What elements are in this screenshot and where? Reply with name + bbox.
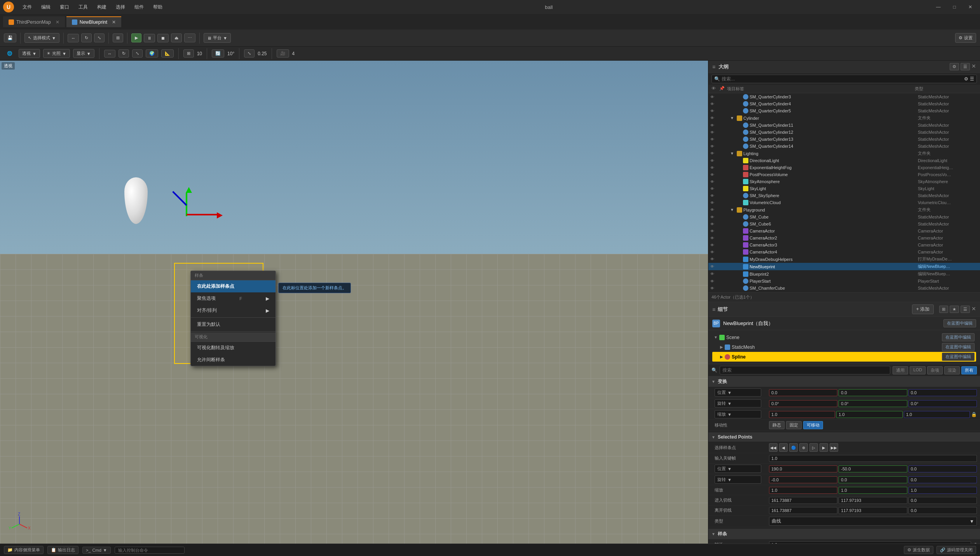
outline-item-8[interactable]: 👁 ▼ Lighting 文件夹: [708, 150, 980, 157]
cmd-btn[interactable]: >_ Cmd ▼: [82, 547, 111, 554]
outline-search-input[interactable]: [722, 76, 964, 82]
tree-vis-7[interactable]: 👁: [708, 144, 716, 149]
scale-widget[interactable]: ⤡: [132, 49, 143, 58]
pause-btn[interactable]: ⏸: [144, 34, 155, 42]
ctx-vis-flip[interactable]: 可视化翻转及缩放: [191, 342, 276, 354]
scale-x-input[interactable]: [769, 411, 835, 418]
outline-item-2[interactable]: 👁 SM_QuarterCylinder5 StaticMeshActor: [708, 107, 980, 114]
tree-vis-1[interactable]: 👁: [708, 102, 716, 106]
grid-snap-btn[interactable]: ⊞: [183, 49, 194, 58]
details-close-btn[interactable]: ✕: [971, 306, 976, 313]
spline-btn-1[interactable]: ◀◀: [769, 443, 778, 452]
sp-rotation-x[interactable]: [769, 476, 837, 483]
tree-vis-14[interactable]: 👁: [708, 194, 716, 198]
outline-item-19[interactable]: 👁 CameraActor CameraActor: [708, 227, 980, 234]
play-btn[interactable]: ▶: [131, 33, 141, 42]
outline-item-22[interactable]: 👁 CameraActor4 CameraActor: [708, 248, 980, 255]
outline-item-23[interactable]: 👁 MyDrawDebugHelpers 打开MyDrawDe…: [708, 255, 980, 263]
comp-scene[interactable]: ▼ Scene 在蓝图中编辑: [712, 332, 976, 342]
rotation-x-input[interactable]: [769, 400, 837, 407]
ctx-reset[interactable]: 重置为默认: [191, 318, 276, 330]
outline-item-26[interactable]: 👁 PlayerStart PlayerStart: [708, 278, 980, 285]
arrive-tangent-x[interactable]: [769, 497, 837, 504]
rotation-y-input[interactable]: [839, 400, 907, 407]
settings-btn[interactable]: ⚙ 设置: [955, 33, 976, 43]
arrive-tangent-z[interactable]: [909, 497, 977, 504]
outline-item-0[interactable]: 👁 SM_QuarterCylinder3 StaticMeshActor: [708, 93, 980, 100]
rotate-btn[interactable]: ↻: [81, 33, 92, 42]
arrive-tangent-y[interactable]: [839, 497, 907, 504]
outline-item-24[interactable]: 👁 NewBlueprint 编辑NewBluep…: [708, 263, 980, 270]
tree-vis-16[interactable]: 👁: [708, 208, 716, 212]
stop-btn[interactable]: ⏹: [157, 34, 169, 42]
output-log-btn[interactable]: 📋 输出日志: [47, 546, 78, 554]
tree-arrow-3[interactable]: ▼: [730, 116, 736, 120]
tree-vis-12[interactable]: 👁: [708, 180, 716, 184]
sp-location-x[interactable]: [769, 465, 837, 472]
location-x-input[interactable]: [769, 389, 837, 396]
ctx-allow-break[interactable]: 允许间断样条: [191, 354, 276, 366]
tree-vis-26[interactable]: 👁: [708, 279, 716, 283]
filter-render[interactable]: 渲染: [944, 366, 960, 374]
translate-btn[interactable]: ↔: [68, 34, 79, 42]
scale-snap-btn[interactable]: ⤡: [244, 49, 255, 58]
outline-filter-icon[interactable]: ☰: [970, 76, 974, 82]
sp-rot-dropdown[interactable]: 旋转 ▼: [715, 476, 761, 484]
outline-item-14[interactable]: 👁 SM_SkySphere StaticMeshActor: [708, 192, 980, 199]
tree-vis-27[interactable]: 👁: [708, 286, 716, 290]
details-content[interactable]: ▼ 变换 位置 ▼: [708, 376, 980, 544]
scale-z-input[interactable]: [904, 411, 970, 418]
outline-content[interactable]: 👁 SM_QuarterCylinder3 StaticMeshActor 👁 …: [708, 93, 980, 292]
comp-scene-edit[interactable]: 在蓝图中编辑: [942, 333, 975, 341]
details-layout-btn[interactable]: ⊞: [939, 306, 948, 313]
input-key-input[interactable]: [769, 455, 977, 462]
tree-vis-2[interactable]: 👁: [708, 109, 716, 113]
duration-refresh-icon[interactable]: ↺: [972, 542, 977, 544]
display-btn[interactable]: 显示 ▼: [73, 49, 94, 58]
sp-scale-y[interactable]: [839, 487, 907, 494]
source-control-btn[interactable]: 🔗 源码管理关闭: [936, 546, 976, 554]
scale-lock-icon[interactable]: 🔒: [971, 412, 977, 417]
tree-vis-25[interactable]: 👁: [708, 272, 716, 276]
filter-all[interactable]: 所有: [961, 366, 977, 374]
selected-points-section-header[interactable]: ▼ Selected Points: [708, 432, 980, 442]
sp-loc-dropdown[interactable]: 位置 ▼: [715, 465, 761, 473]
details-star-btn[interactable]: ★: [950, 306, 959, 313]
outline-item-12[interactable]: 👁 SkyAtmosphere SkyAtmosphere: [708, 178, 980, 185]
spline-btn-7[interactable]: ▶▶: [830, 443, 838, 452]
scale-dropdown[interactable]: 缩放 ▼: [715, 410, 761, 418]
sp-rotation-z[interactable]: [909, 476, 977, 483]
location-dropdown[interactable]: 位置 ▼: [715, 388, 761, 397]
menu-window[interactable]: 窗口: [56, 2, 73, 12]
filter-general[interactable]: 通用: [893, 366, 908, 374]
leave-tangent-x[interactable]: [769, 507, 837, 514]
outline-item-21[interactable]: 👁 CameraActor3 CameraActor: [708, 241, 980, 248]
tree-vis-5[interactable]: 👁: [708, 130, 716, 135]
outline-item-1[interactable]: 👁 SM_QuarterCylinder4 StaticMeshActor: [708, 100, 980, 107]
maximize-button[interactable]: □: [949, 3, 961, 11]
viewport[interactable]: 透视 样条 在此处添加样条点 在此标位置处添加一个新样条点。 聚焦选项 F ▶ …: [0, 61, 708, 544]
outline-settings-btn[interactable]: ⚙: [950, 63, 959, 70]
tab-newblueprint-close[interactable]: ✕: [112, 19, 116, 25]
comp-spline-edit[interactable]: 在蓝图中编辑: [942, 353, 975, 361]
select-mode-btn[interactable]: ↖ 选择模式 ▼: [24, 33, 59, 43]
comp-spline[interactable]: ▶ Spline 在蓝图中编辑: [712, 352, 976, 362]
outline-item-7[interactable]: 👁 SM_QuarterCylinder14 StaticMeshActor: [708, 143, 980, 150]
spline-section-header[interactable]: ▼ 样条: [708, 529, 980, 540]
menu-build[interactable]: 构建: [93, 2, 110, 12]
tree-arrow-8[interactable]: ▼: [730, 151, 736, 156]
world-local-toggle[interactable]: 🌍: [146, 49, 158, 58]
outline-item-9[interactable]: 👁 DirectionalLight DirectionalLight: [708, 157, 980, 164]
outline-item-5[interactable]: 👁 SM_QuarterCylinder12 StaticMeshActor: [708, 129, 980, 136]
sp-rotation-y[interactable]: [839, 476, 907, 483]
outline-item-27[interactable]: 👁 SM_ChamferCube StaticMeshActor: [708, 285, 980, 292]
sp-scale-x[interactable]: [769, 487, 837, 494]
outline-item-10[interactable]: 👁 ExponentialHeightFog ExponentialHeig…: [708, 164, 980, 171]
rotate-widget[interactable]: ↻: [119, 49, 129, 58]
save-btn[interactable]: 💾: [4, 33, 16, 42]
menu-file[interactable]: 文件: [19, 2, 36, 12]
tree-vis-3[interactable]: 👁: [708, 116, 716, 120]
leave-tangent-z[interactable]: [909, 507, 977, 514]
leave-tangent-y[interactable]: [839, 507, 907, 514]
outline-item-16[interactable]: 👁 ▼ Playground 文件夹: [708, 206, 980, 213]
